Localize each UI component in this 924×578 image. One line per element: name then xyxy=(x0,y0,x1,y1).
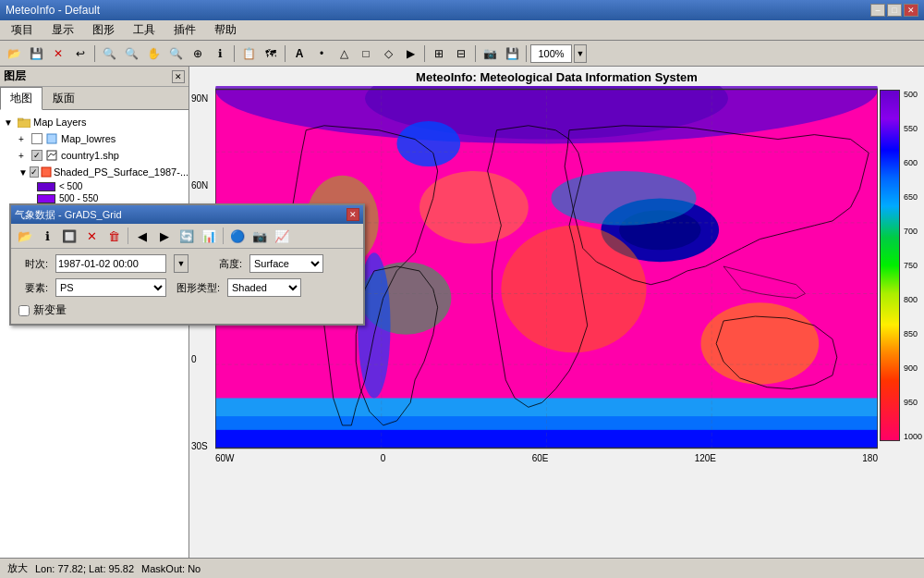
menu-item-help[interactable]: 帮助 xyxy=(207,20,244,40)
layer-panel-title: 图层 xyxy=(4,68,26,84)
maximize-button[interactable]: □ xyxy=(887,4,902,17)
legend-label-0: < 500 xyxy=(59,181,82,191)
map-button[interactable]: 🗺 xyxy=(261,43,281,64)
checkbox-maplow[interactable] xyxy=(31,133,43,144)
tab-map[interactable]: 地图 xyxy=(0,87,43,110)
zoom-full-button[interactable]: ⊕ xyxy=(188,43,208,64)
delete-button[interactable]: ✕ xyxy=(48,43,68,64)
layer-item-maplow: + Map_lowres xyxy=(4,130,185,147)
sub-title-bar: 气象数据 - GrADS_Grid ✕ xyxy=(11,205,363,224)
select-button[interactable]: 📋 xyxy=(238,43,259,64)
sub-grid-btn[interactable]: 🔲 xyxy=(59,226,79,246)
expand-icon: ▼ xyxy=(4,117,15,128)
vector-icon xyxy=(44,148,59,163)
sub-close-button[interactable]: ✕ xyxy=(346,208,359,221)
checkbox-shaded[interactable]: ✓ xyxy=(30,166,39,178)
zoom-select-button[interactable]: 🔍 xyxy=(165,43,186,64)
menu-item-chart[interactable]: 图形 xyxy=(85,20,122,40)
gradient-bar xyxy=(880,90,900,441)
x-label-180: 180 xyxy=(862,453,878,463)
status-mask: MaskOut: No xyxy=(141,563,201,574)
minimize-button[interactable]: – xyxy=(870,4,885,17)
expand-icon-shaded: ▼ xyxy=(18,167,28,178)
zoom-input[interactable] xyxy=(530,44,572,63)
layer-group-header[interactable]: ▼ Map Layers xyxy=(4,114,185,130)
sub-open-btn[interactable]: 📂 xyxy=(15,226,35,246)
status-coords: Lon: 77.82; Lat: 95.82 xyxy=(35,563,134,574)
var-label: 要素: xyxy=(18,281,48,295)
scale-labels: 500 550 600 650 700 750 800 850 900 950 … xyxy=(904,90,922,441)
layer-group-name: Map Layers xyxy=(33,117,86,128)
zoom-in-button[interactable]: 🔍 xyxy=(99,43,119,64)
checkbox-country[interactable]: ✓ xyxy=(31,150,43,161)
new-var-checkbox[interactable] xyxy=(18,305,30,316)
raster-icon xyxy=(44,131,59,146)
form-row-var: 要素: PS 图形类型: Shaded xyxy=(18,278,356,297)
menu-item-display[interactable]: 显示 xyxy=(44,20,81,40)
separator-4 xyxy=(424,45,425,62)
new-var-row: 新变量 xyxy=(18,302,356,318)
time-dropdown[interactable]: ▼ xyxy=(174,254,188,273)
mask-label: MaskOut: No xyxy=(141,563,201,574)
layer-tree: ▼ Map Layers + xyxy=(0,110,188,558)
zoom-dropdown[interactable]: ▼ xyxy=(574,44,587,63)
sub-screenshot-btn[interactable]: 📷 xyxy=(249,226,270,246)
time-label: 时次: xyxy=(18,257,48,271)
sub-form: 时次: ▼ 高度: Surface 要素: PS 图形类型: Shaded 新变… xyxy=(11,249,363,324)
color-scale-container: 500 550 600 650 700 750 800 850 900 950 … xyxy=(878,90,924,460)
remove-layer-button[interactable]: ⊟ xyxy=(451,43,471,64)
sub-prev-btn[interactable]: ◀ xyxy=(132,226,152,246)
window-title: MeteoInfo - Default xyxy=(6,4,870,17)
scale-600: 600 xyxy=(904,158,922,167)
text-button[interactable]: A xyxy=(289,43,310,64)
screenshot-button[interactable]: 📷 xyxy=(480,43,500,64)
chart-type-select[interactable]: Shaded xyxy=(227,278,301,297)
var-select[interactable]: PS xyxy=(55,278,166,297)
time-input[interactable] xyxy=(55,254,166,273)
polyline-button[interactable]: △ xyxy=(334,43,354,64)
sub-info-btn[interactable]: ℹ xyxy=(37,226,57,246)
ellipse-button[interactable]: ◇ xyxy=(378,43,398,64)
sub-window-grads: 气象数据 - GrADS_Grid ✕ 📂 ℹ 🔲 ✕ 🗑 ◀ ▶ 🔄 📊 🔵 … xyxy=(9,203,365,326)
sub-chart-btn[interactable]: 📊 xyxy=(199,226,219,246)
main-toolbar: 📂 💾 ✕ ↩ 🔍 🔍 ✋ 🔍 ⊕ ℹ 📋 🗺 A • △ □ ◇ ▶ ⊞ ⊟ … xyxy=(0,41,924,67)
sub-refresh-btn[interactable]: 🔄 xyxy=(176,226,197,246)
level-select[interactable]: Surface xyxy=(249,254,323,273)
sub-trash-btn[interactable]: 🗑 xyxy=(103,226,124,246)
sub-toolbar: 📂 ℹ 🔲 ✕ 🗑 ◀ ▶ 🔄 📊 🔵 📷 📈 xyxy=(11,224,363,249)
sub-plot-btn[interactable]: 📈 xyxy=(272,226,292,246)
folder-icon xyxy=(17,115,31,129)
y-label-0: 0 xyxy=(191,354,213,364)
layer-name-country: country1.shp xyxy=(61,150,119,161)
sub-layer-btn[interactable]: 🔵 xyxy=(227,226,248,246)
sub-next-btn[interactable]: ▶ xyxy=(154,226,175,246)
export-button[interactable]: 💾 xyxy=(502,43,522,64)
tab-layout[interactable]: 版面 xyxy=(43,87,85,109)
layer-panel-close[interactable]: ✕ xyxy=(172,70,185,83)
close-button[interactable]: ✕ xyxy=(904,4,918,17)
separator-2 xyxy=(234,45,235,62)
rect-button[interactable]: □ xyxy=(356,43,376,64)
zoom-out-button[interactable]: 🔍 xyxy=(121,43,141,64)
x-label-120e: 120E xyxy=(695,453,716,463)
coord-label: Lon: 77.82; Lat: 95.82 xyxy=(35,563,134,574)
info-button[interactable]: ℹ xyxy=(210,43,230,64)
svg-rect-1 xyxy=(18,118,23,120)
pan-button[interactable]: ✋ xyxy=(143,43,164,64)
svg-rect-3 xyxy=(47,151,56,160)
scale-1000: 1000 xyxy=(904,432,922,441)
undo-button[interactable]: ↩ xyxy=(70,43,91,64)
svg-point-13 xyxy=(396,121,460,166)
menu-item-plugins[interactable]: 插件 xyxy=(166,20,203,40)
point-button[interactable]: • xyxy=(311,43,332,64)
form-row-time: 时次: ▼ 高度: Surface xyxy=(18,254,356,273)
scale-650: 650 xyxy=(904,192,922,202)
arrow-button[interactable]: ▶ xyxy=(400,43,420,64)
scale-800: 800 xyxy=(904,295,922,304)
save-button[interactable]: 💾 xyxy=(26,43,46,64)
menu-item-project[interactable]: 项目 xyxy=(4,20,41,40)
sub-delete-btn[interactable]: ✕ xyxy=(81,226,102,246)
open-button[interactable]: 📂 xyxy=(4,43,24,64)
menu-item-tools[interactable]: 工具 xyxy=(126,20,163,40)
add-layer-button[interactable]: ⊞ xyxy=(429,43,449,64)
